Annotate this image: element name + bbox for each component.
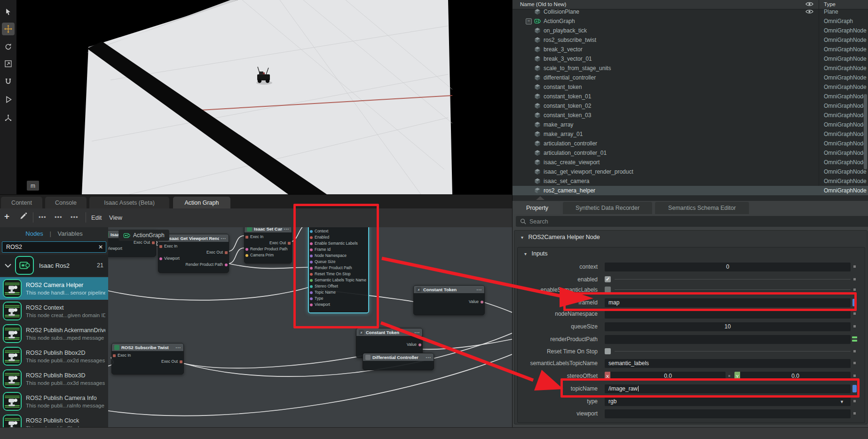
node-port[interactable]: Node Namespace: [309, 253, 368, 259]
view-menu[interactable]: View: [109, 214, 122, 221]
select-tool-icon[interactable]: [2, 6, 15, 18]
action-graph-canvas[interactable]: ActionGraph Isaac Create Viewport••• Exe…: [108, 227, 512, 427]
port-dot-icon[interactable]: [245, 248, 248, 251]
stage-tree-row[interactable]: differential_controllerOmniGraphNode: [513, 73, 868, 82]
tab-isaac-assets[interactable]: Isaac Assets (Beta): [89, 197, 169, 209]
port-dot-icon[interactable]: [310, 303, 313, 306]
port-dot-icon[interactable]: [310, 242, 313, 245]
node-port[interactable]: Enabled: [309, 234, 368, 240]
palette-item[interactable]: ROS2 Publish ClockThis node publi...Cloc…: [0, 413, 108, 427]
viewport-field[interactable]: [605, 409, 851, 418]
node-menu-icon[interactable]: •••: [477, 287, 482, 292]
node-port[interactable]: Viewport: [108, 246, 156, 252]
add-node-button[interactable]: +: [4, 211, 9, 222]
port-dot-icon[interactable]: [245, 254, 248, 257]
port-dot-icon[interactable]: [310, 273, 313, 276]
tab-synthetic-data-recorder[interactable]: Synthetic Data Recorder: [563, 202, 652, 214]
node-port[interactable]: Semantic Labels Topic Name: [309, 277, 368, 283]
node-port[interactable]: Exec In: [158, 243, 229, 249]
node-port[interactable]: Enable Semantic Labels: [309, 240, 368, 247]
attribute-options-icon[interactable]: [853, 278, 856, 280]
graph-node-differential-controller[interactable]: Differential Controller•••: [363, 353, 434, 370]
edit-pencil-icon[interactable]: [19, 212, 27, 222]
stage-tree-row[interactable]: ros2_camera_helperOmniGraphNode: [513, 186, 868, 195]
stage-tree-row[interactable]: constant_token_01OmniGraphNode: [513, 92, 868, 101]
context-field[interactable]: 0: [605, 263, 851, 271]
port-dot-icon[interactable]: [225, 263, 228, 266]
node-header[interactable]: Isaac Set Camera•••: [245, 227, 292, 232]
rotate-tool-icon[interactable]: [2, 40, 15, 53]
attribute-options-icon[interactable]: [853, 312, 856, 315]
overflow-menu-icon[interactable]: •••: [71, 214, 79, 221]
stage-tree-row[interactable]: −ActionGraphOmniGraph: [513, 16, 868, 26]
attribute-options-icon[interactable]: [853, 325, 856, 327]
stereo-offset-y-field[interactable]: 0.0: [740, 372, 851, 381]
scale-tool-icon[interactable]: [2, 57, 15, 70]
stage-tree-row[interactable]: on_playback_tickOmniGraphNode: [513, 26, 868, 35]
play-button-icon[interactable]: [2, 93, 15, 106]
attribute-options-icon[interactable]: [853, 265, 856, 268]
stage-type-column-header[interactable]: Type: [824, 1, 836, 7]
node-port[interactable]: Render Product Path: [158, 262, 229, 268]
node-menu-icon[interactable]: •••: [176, 345, 181, 350]
enabled-checkbox[interactable]: ✓: [605, 276, 611, 282]
port-dot-icon[interactable]: [245, 236, 248, 239]
port-dot-icon[interactable]: [310, 255, 313, 257]
stage-tree-row[interactable]: isaac_set_cameraOmniGraphNode: [513, 176, 868, 186]
stage-tree-row[interactable]: isaac_get_viewport_render_productOmniGra…: [513, 167, 868, 176]
node-header[interactable]: Differential Controller•••: [363, 353, 434, 361]
move-tool-icon[interactable]: [2, 23, 15, 35]
overflow-menu-icon[interactable]: •••: [39, 214, 47, 221]
stage-tree-row[interactable]: articulation_controller_01OmniGraphNode: [513, 148, 868, 158]
port-dot-icon[interactable]: [159, 245, 162, 248]
node-search-input[interactable]: ROS2 ✕: [2, 241, 106, 253]
graph-node-constant-token[interactable]: xConstant Token••• Value: [413, 285, 485, 315]
frameid-field[interactable]: map: [605, 298, 851, 307]
property-search-input[interactable]: Search: [516, 216, 868, 227]
node-port[interactable]: Value: [356, 342, 422, 348]
port-dot-icon[interactable]: [310, 285, 313, 288]
edit-menu[interactable]: Edit: [91, 214, 102, 221]
port-dot-icon[interactable]: [288, 242, 291, 245]
collapse-caret-icon[interactable]: ▾: [521, 235, 523, 240]
stage-scrollbar[interactable]: [864, 94, 867, 169]
graph-node-ros2-camera-helper[interactable]: ROS2 Camera Helper••• Exec InContextEnab…: [308, 227, 369, 313]
node-header[interactable]: xConstant Token•••: [414, 286, 484, 293]
overflow-menu-icon[interactable]: •••: [55, 214, 63, 221]
palette-item[interactable]: ROS2 Publish Bbox3DThis node publi...ox3…: [0, 367, 108, 390]
stage-tree-row[interactable]: break_3_vector_01OmniGraphNode: [513, 54, 868, 64]
graph-breadcrumb[interactable]: ActionGraph: [118, 230, 169, 241]
attribute-options-icon[interactable]: [853, 288, 856, 291]
node-port[interactable]: Exec In: [245, 234, 292, 240]
stereo-offset-x-field[interactable]: 0.0: [610, 372, 726, 381]
connected-attribute-indicator[interactable]: [852, 299, 857, 306]
palette-item[interactable]: ROS2 Publish Camera InfoThis node publi.…: [0, 390, 108, 413]
list-attribute-icon[interactable]: [852, 336, 857, 342]
node-port[interactable]: Render Product Path: [245, 246, 292, 252]
graph-node-isaac-set-camera[interactable]: Isaac Set Camera••• Exec InExec OutRende…: [244, 227, 292, 263]
gizmo-tool-icon[interactable]: [2, 112, 15, 125]
stage-tree-row[interactable]: isaac_create_viewportOmniGraphNode: [513, 158, 868, 167]
stage-tree-row[interactable]: constant_token_02OmniGraphNode: [513, 101, 868, 111]
port-dot-icon[interactable]: [418, 343, 421, 346]
stage-tree-row[interactable]: ros2_subscribe_twistOmniGraphNode: [513, 35, 868, 45]
node-port[interactable]: Frame Id: [309, 247, 368, 253]
node-port[interactable]: Exec Out: [112, 359, 183, 365]
node-menu-icon[interactable]: •••: [284, 227, 289, 231]
tab-property[interactable]: Property: [514, 202, 560, 214]
stage-tree-row[interactable]: make_array_01OmniGraphNode: [513, 129, 868, 139]
tab-nodes[interactable]: Nodes: [25, 230, 43, 237]
stage-tree-row[interactable]: break_3_vectorOmniGraphNode: [513, 45, 868, 54]
palette-item[interactable]: ROS2 Publish AckermannDriveThis node sub…: [0, 322, 108, 345]
stage-tree-row[interactable]: make_arrayOmniGraphNode: [513, 120, 868, 129]
node-port[interactable]: Exec Out: [158, 249, 229, 255]
node-port[interactable]: Render Product Path: [309, 265, 368, 271]
node-port[interactable]: Camera Prim: [245, 252, 292, 258]
node-port[interactable]: Queue Size: [309, 259, 368, 265]
topic-name-field[interactable]: /image_raw: [605, 384, 851, 393]
stage-name-column-header[interactable]: Name (Old to New): [520, 1, 566, 7]
stage-tree-row[interactable]: constant_token_03OmniGraphNode: [513, 111, 868, 120]
collapse-caret-icon[interactable]: ▾: [524, 251, 527, 256]
chevron-down-icon[interactable]: [5, 261, 11, 270]
port-dot-icon[interactable]: [310, 267, 313, 270]
